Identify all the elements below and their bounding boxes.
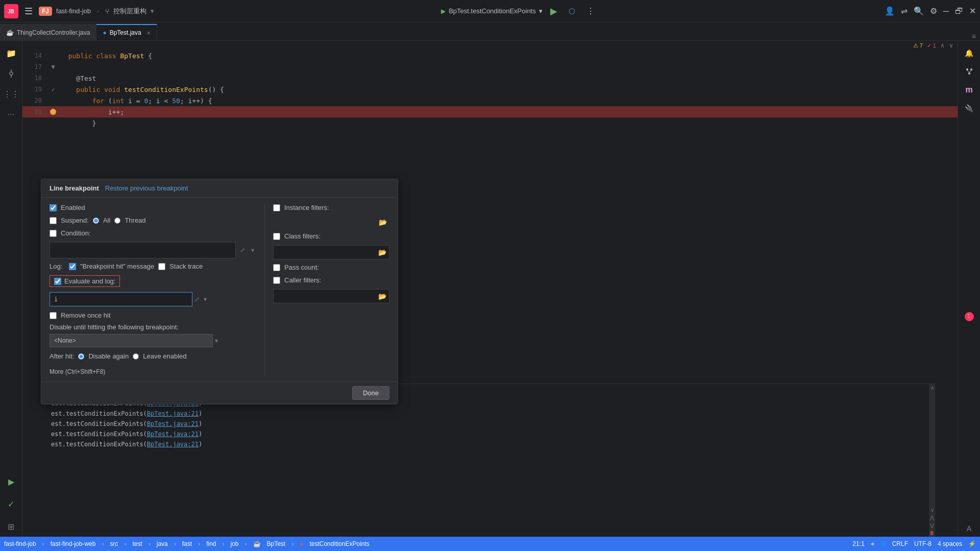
- status-path4[interactable]: java: [157, 540, 168, 547]
- breakpoint-hit-label: "Breakpoint hit" message: [80, 262, 154, 270]
- status-encoding[interactable]: UTF-8: [914, 540, 932, 547]
- disable-again-radio[interactable]: [78, 353, 84, 360]
- status-right: 21:1 ⋄ ⊞ CRLF UTF-8 4 spaces ⚡: [852, 540, 976, 547]
- console-link-5[interactable]: BpTest.java:21: [147, 430, 199, 438]
- restore-icon[interactable]: 🗗: [955, 7, 963, 16]
- pass-count-checkbox[interactable]: [273, 264, 280, 271]
- tabs-more-icon[interactable]: ≡: [972, 32, 976, 40]
- plugins-icon[interactable]: 🔌: [961, 100, 977, 116]
- run-button[interactable]: ▶: [547, 4, 561, 18]
- none-dropdown-icon[interactable]: ▾: [215, 337, 218, 344]
- sidebar-check-icon[interactable]: ✓: [3, 496, 19, 512]
- scroll-delete-icon[interactable]: 🗑: [928, 529, 936, 537]
- status-project[interactable]: fast-find-job: [4, 540, 36, 547]
- scroll-up-icon[interactable]: ∧: [929, 384, 935, 392]
- status-path2[interactable]: src: [110, 540, 118, 547]
- class-filters-add-btn[interactable]: 📂: [376, 247, 389, 258]
- status-path3[interactable]: test: [132, 540, 142, 547]
- console-line-3: est.testConditionExPoints(BpTest.java:21…: [51, 409, 929, 419]
- run-config-icon: ▶: [441, 8, 446, 15]
- dropdown-icon[interactable]: ▾: [151, 7, 154, 15]
- status-path7[interactable]: job: [230, 540, 238, 547]
- line-num-20: 20: [22, 97, 48, 104]
- eval-checkbox[interactable]: [54, 278, 61, 285]
- run-config-dropdown[interactable]: ▾: [539, 7, 543, 15]
- console-link-4[interactable]: BpTest.java:21: [147, 420, 199, 427]
- git-sidebar-icon[interactable]: [961, 63, 977, 80]
- fold-down-icon[interactable]: ∨: [949, 42, 953, 49]
- profile-icon[interactable]: 👤: [885, 6, 895, 16]
- branch-name[interactable]: 控制层重构: [113, 7, 146, 16]
- console-link-6[interactable]: BpTest.java:21: [147, 441, 199, 448]
- status-class[interactable]: BpTest: [267, 540, 286, 547]
- caller-filters-checkbox[interactable]: [273, 277, 280, 284]
- run-config[interactable]: ▶ BpTest.testConditionExPoints ▾: [441, 7, 543, 15]
- svg-line-8: [967, 70, 969, 73]
- leave-enabled-radio[interactable]: [133, 353, 139, 360]
- instance-filters-add-btn[interactable]: 📂: [377, 217, 389, 228]
- status-path5[interactable]: fast: [182, 540, 192, 547]
- tab-close-bp[interactable]: ✕: [146, 30, 151, 36]
- more-link[interactable]: More (Ctrl+Shift+F8): [50, 368, 256, 375]
- suspend-checkbox[interactable]: [50, 217, 57, 224]
- tab-thing-collect[interactable]: ☕ ThingCollectController.java: [0, 24, 96, 40]
- scroll-to-bottom-icon[interactable]: ⋁: [929, 521, 935, 529]
- status-sep-5: ›: [174, 540, 176, 547]
- tab-bptest[interactable]: ● BpTest.java ✕: [96, 24, 157, 40]
- restore-previous-link[interactable]: Restore previous breakpoint: [105, 184, 188, 192]
- breakpoint-dialog: Line breakpoint Restore previous breakpo…: [41, 179, 398, 404]
- stack-trace-checkbox[interactable]: [158, 263, 165, 270]
- sidebar-debug-extra-icon[interactable]: ⊞: [3, 518, 19, 535]
- instance-filters-checkbox[interactable]: [273, 204, 280, 211]
- status-method[interactable]: testConditionExPoints: [309, 540, 369, 547]
- error-icon[interactable]: !: [965, 312, 974, 321]
- condition-checkbox[interactable]: [50, 230, 57, 237]
- settings-icon[interactable]: ⚙: [930, 6, 937, 16]
- search-icon[interactable]: 🔍: [914, 6, 924, 16]
- status-path6[interactable]: find: [206, 540, 216, 547]
- console-link-3[interactable]: BpTest.java:21: [147, 410, 199, 417]
- fold-up-icon[interactable]: ∧: [940, 42, 945, 49]
- sidebar-folder-icon[interactable]: 📁: [3, 45, 19, 61]
- scroll-to-top-icon[interactable]: ⋀: [929, 514, 935, 521]
- status-position[interactable]: 21:1: [852, 540, 864, 547]
- sidebar-commit-icon[interactable]: [3, 65, 19, 82]
- sidebar-run-icon[interactable]: ▶: [3, 473, 19, 490]
- close-icon[interactable]: ✕: [969, 6, 976, 16]
- caller-filters-add-btn[interactable]: 📂: [376, 291, 389, 302]
- translate-icon[interactable]: ⇌: [901, 6, 908, 16]
- text-icon[interactable]: A: [961, 520, 977, 537]
- eval-dropdown-icon[interactable]: ▾: [202, 295, 209, 304]
- dialog-right: Instance filters: 📂 Class filters: 📂: [265, 204, 398, 375]
- suspend-thread-radio[interactable]: [114, 218, 120, 224]
- project-name[interactable]: fast-find-job: [56, 7, 91, 15]
- condition-input[interactable]: [50, 242, 236, 258]
- sidebar-more-icon[interactable]: ···: [3, 106, 19, 123]
- scroll-down-icon[interactable]: ∨: [929, 506, 935, 514]
- none-select[interactable]: <None>: [50, 334, 213, 347]
- remove-once-hit-checkbox[interactable]: [50, 312, 57, 319]
- breakpoint-hit-checkbox[interactable]: [69, 263, 76, 270]
- status-path1[interactable]: fast-find-job-web: [51, 540, 96, 547]
- eval-expand-icon[interactable]: ⤢: [192, 295, 202, 304]
- sidebar-structure-icon[interactable]: ⋮⋮: [3, 86, 19, 102]
- status-line-sep[interactable]: CRLF: [892, 540, 908, 547]
- enabled-checkbox[interactable]: [50, 204, 57, 211]
- suspend-all-radio[interactable]: [93, 218, 99, 224]
- m-plugins-icon[interactable]: m: [961, 82, 977, 98]
- notifications-icon[interactable]: 🔔: [961, 45, 977, 61]
- more-actions-button[interactable]: ⋮: [583, 4, 598, 18]
- debug-button[interactable]: ⬡: [565, 4, 579, 18]
- condition-expand-icon[interactable]: ⤢: [238, 246, 247, 255]
- hamburger-icon[interactable]: ☰: [24, 6, 33, 17]
- status-power-icon[interactable]: ⚡: [968, 540, 976, 547]
- class-filters-checkbox[interactable]: [273, 233, 280, 240]
- eval-input[interactable]: [50, 292, 192, 306]
- minimize-icon[interactable]: ─: [943, 7, 949, 16]
- condition-dropdown-icon[interactable]: ▾: [249, 246, 256, 255]
- status-indent[interactable]: 4 spaces: [938, 540, 962, 547]
- svg-point-2: [10, 72, 13, 75]
- breakpoint-dot-21[interactable]: [50, 109, 56, 115]
- fold-icon-17[interactable]: ▼: [51, 63, 55, 70]
- done-button[interactable]: Done: [352, 386, 389, 400]
